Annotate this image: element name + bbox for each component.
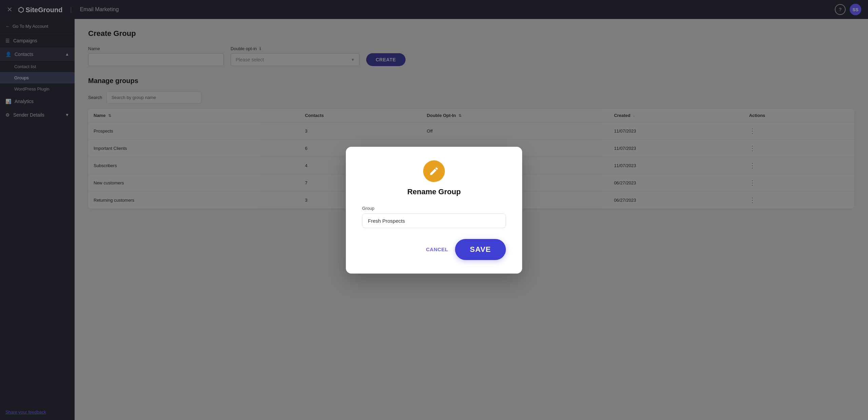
- modal-field-label: Group: [362, 206, 506, 211]
- modal-icon-circle: [423, 160, 445, 182]
- modal-actions: CANCEL SAVE: [362, 239, 506, 260]
- modal-overlay[interactable]: Rename Group Group CANCEL SAVE: [0, 0, 868, 420]
- save-button[interactable]: SAVE: [455, 239, 506, 260]
- modal-group-name-input[interactable]: [362, 214, 506, 228]
- modal-title: Rename Group: [362, 187, 506, 196]
- pencil-icon: [429, 166, 439, 176]
- rename-group-modal: Rename Group Group CANCEL SAVE: [346, 147, 522, 274]
- modal-icon-wrap: [362, 160, 506, 182]
- cancel-button[interactable]: CANCEL: [426, 246, 448, 252]
